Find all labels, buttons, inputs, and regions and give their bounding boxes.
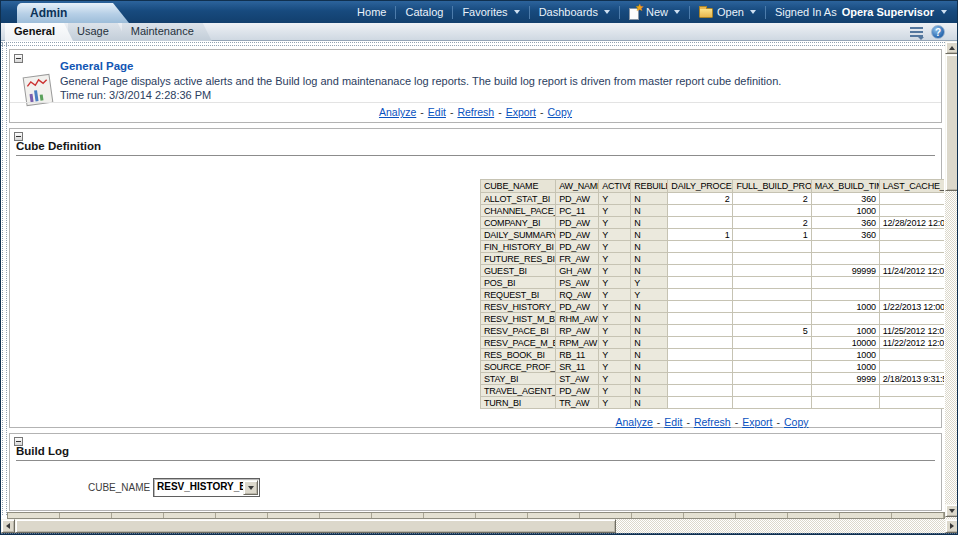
table-cell: [879, 289, 944, 301]
tab-usage[interactable]: Usage: [68, 23, 127, 41]
nav-item-catalog[interactable]: Catalog: [401, 6, 447, 18]
table-cell: N: [631, 385, 668, 397]
report-action-links: Analyze-Edit-Refresh-Export-Copy: [480, 416, 944, 428]
table-cell: 1: [733, 229, 811, 241]
copy-link[interactable]: Copy: [548, 106, 573, 118]
nav-item-favorites[interactable]: Favorites: [458, 6, 523, 18]
report-description: General Page dispalys active alerts and …: [60, 75, 920, 87]
report-title: General Page: [60, 60, 134, 72]
scroll-down-button[interactable]: [945, 504, 958, 517]
analyze-link[interactable]: Analyze: [615, 416, 652, 428]
open-folder-icon: [699, 8, 713, 18]
table-cell: [733, 313, 811, 325]
collapse-section-icon[interactable]: [14, 54, 23, 63]
signed-in-as[interactable]: Signed In AsOpera Supervisor: [771, 6, 951, 18]
table-row: RES_BOOK_BIRB_11YN1000: [481, 349, 945, 361]
table-cell: COMPANY_BI: [481, 217, 556, 229]
edit-link[interactable]: Edit: [664, 416, 682, 428]
table-cell: N: [631, 205, 668, 217]
collapse-section-icon[interactable]: [14, 437, 23, 446]
analyze-link[interactable]: Analyze: [379, 106, 416, 118]
table-cell: Y: [599, 205, 631, 217]
scroll-right-button[interactable]: [945, 519, 958, 533]
table-cell: [879, 253, 944, 265]
table-cell: [879, 205, 944, 217]
vertical-scrollbar[interactable]: [945, 41, 958, 519]
table-row: STAY_BIST_AWYN99992/18/2013 9:31:5: [481, 373, 945, 385]
table-cell: [668, 277, 733, 289]
table-cell: [811, 277, 879, 289]
table-cell: N: [631, 265, 668, 277]
table-cell: [879, 385, 944, 397]
table-cell: Y: [599, 277, 631, 289]
refresh-link[interactable]: Refresh: [694, 416, 731, 428]
table-cell: 2: [733, 193, 811, 205]
table-cell: [668, 241, 733, 253]
table-row: SOURCE_PROF_BISR_11YN1000: [481, 361, 945, 373]
table-cell: FUTURE_RES_BI: [481, 253, 556, 265]
table-cell: Y: [599, 301, 631, 313]
horizontal-scrollbar[interactable]: [1, 519, 958, 533]
collapse-section-icon[interactable]: [14, 132, 23, 141]
table-cell: 360: [811, 193, 879, 205]
vertical-scrollbar-thumb[interactable]: [945, 54, 958, 191]
table-cell: ST_AW: [556, 373, 599, 385]
tab-maintenance[interactable]: Maintenance: [122, 23, 212, 41]
dropdown-arrow-button[interactable]: [243, 480, 258, 495]
chevron-down-icon: [514, 10, 520, 14]
table-cell: [879, 361, 944, 373]
help-icon[interactable]: ?: [931, 25, 945, 39]
table-cell: [733, 337, 811, 349]
chevron-down-icon: [248, 486, 254, 490]
table-cell: TR_AW: [556, 397, 599, 409]
page-options-icon[interactable]: [910, 27, 923, 38]
report-action-links: Analyze-Edit-Refresh-Export-Copy: [10, 102, 941, 118]
cube-name-dropdown[interactable]: RESV_HISTORY_BI: [153, 478, 260, 497]
table-cell: N: [631, 337, 668, 349]
nav-item-home[interactable]: Home: [353, 6, 390, 18]
table-cell: N: [631, 325, 668, 337]
table-cell: Y: [599, 265, 631, 277]
table-row: GUEST_BIGH_AWYN9999911/24/2012 12:00: [481, 265, 945, 277]
table-cell: RESV_HIST_M_BI: [481, 313, 556, 325]
table-cell: [668, 325, 733, 337]
table-cell: 1/22/2013 12:00:: [879, 301, 944, 313]
nav-item-dashboards[interactable]: Dashboards: [535, 6, 614, 18]
nav-item-open[interactable]: Open: [695, 6, 760, 18]
edit-link[interactable]: Edit: [428, 106, 446, 118]
export-link[interactable]: Export: [506, 106, 536, 118]
scroll-up-button[interactable]: [945, 41, 958, 54]
scroll-left-button[interactable]: [1, 519, 15, 533]
horizontal-scrollbar-thumb[interactable]: [15, 519, 616, 533]
dashboard-title-tab[interactable]: Admin: [17, 3, 129, 23]
link-separator: -: [735, 416, 739, 428]
copy-link[interactable]: Copy: [784, 416, 809, 428]
table-cell: Y: [631, 289, 668, 301]
chevron-down-icon: [750, 10, 756, 14]
arrow-right-icon: [950, 523, 954, 529]
table-cell: 10000: [811, 337, 879, 349]
nav-item-new[interactable]: New: [625, 6, 684, 19]
table-cell: RQ_AW: [556, 289, 599, 301]
table-row: RESV_HIST_M_BIRHM_AWYN: [481, 313, 945, 325]
table-cell: N: [631, 253, 668, 265]
table-cell: [668, 265, 733, 277]
refresh-link[interactable]: Refresh: [457, 106, 494, 118]
tab-general[interactable]: General: [5, 23, 73, 41]
tab-toolbar: ?: [910, 25, 945, 39]
section-title: Cube Definition: [16, 140, 935, 156]
export-link[interactable]: Export: [742, 416, 772, 428]
arrow-down-icon: [949, 509, 955, 513]
table-cell: Y: [599, 241, 631, 253]
table-row: FIN_HISTORY_BIPD_AWYN: [481, 241, 945, 253]
table-cell: 5: [733, 325, 811, 337]
table-cell: [733, 349, 811, 361]
table-cell: GH_AW: [556, 265, 599, 277]
table-cell: [668, 349, 733, 361]
table-cell: PC_11: [556, 205, 599, 217]
table-cell: N: [631, 349, 668, 361]
table-cell: PD_AW: [556, 241, 599, 253]
nav-separator: [529, 6, 530, 19]
table-row: TRAVEL_AGENT_BIPD_AWYN: [481, 385, 945, 397]
table-cell: 99999: [811, 265, 879, 277]
